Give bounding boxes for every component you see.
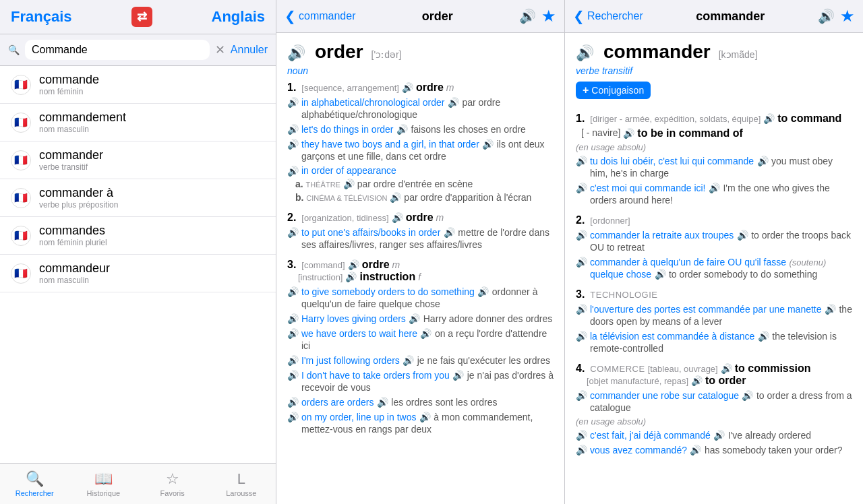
speaker-sm[interactable]: 🔊 [287,313,299,324]
header-back-word[interactable]: commander [299,10,355,22]
example-fr: we have orders to wait here [301,328,417,339]
speaker-sm[interactable]: 🔊 [403,355,414,366]
speaker-sm[interactable]: 🔊 [392,212,403,223]
example-line: (en usage absolu) [576,142,852,152]
speaker-sm[interactable]: 🔊 [758,331,769,342]
speaker-sm[interactable]: 🔊 [742,390,753,401]
back-chevron-icon[interactable]: ❮ [573,8,585,24]
speaker-sm[interactable]: 🔊 [452,370,464,381]
search-input[interactable] [25,40,210,60]
speaker-sm[interactable]: 🔊 [287,412,299,422]
entry-speaker-icon[interactable]: 🔊 [576,44,594,62]
entry-speaker-icon[interactable]: 🔊 [287,44,305,62]
speaker-sm-1[interactable]: 🔊 [402,82,413,93]
suggestion-item[interactable]: 🇫🇷 commandes nom féminin pluriel [0,217,276,255]
speaker-sm[interactable]: 🔊 [287,227,299,238]
speaker-sm[interactable]: 🔊 [713,430,725,441]
speaker-sm[interactable]: 🔊 [757,156,769,166]
speaker-sm[interactable]: 🔊 [691,375,703,386]
speaker-icon[interactable]: 🔊 [818,8,835,24]
speaker-sm[interactable]: 🔊 [576,445,587,455]
speaker-sm[interactable]: 🔊 [287,97,299,108]
suggestion-item[interactable]: 🇫🇷 commandeur nom masculin [0,255,276,292]
speaker-sm[interactable]: 🔊 [287,397,299,408]
flag-icon: 🇫🇷 [11,113,31,133]
speaker-sm[interactable]: 🔊 [576,304,587,315]
favorite-star-icon[interactable]: ★ [840,7,855,26]
speaker-sm[interactable]: 🔊 [655,269,666,280]
suggestion-item[interactable]: 🇫🇷 commandement nom masculin [0,104,276,141]
nav-item-larousse[interactable]: L Larousse [207,468,276,500]
nav-item-historique[interactable]: 📖 Historique [69,468,138,500]
speaker-sm[interactable]: 🔊 [409,313,420,324]
header-back-word[interactable]: Rechercher [587,10,643,22]
clear-button[interactable]: ✕ [215,42,225,57]
header-center-word: order [355,9,519,24]
speaker-sm[interactable]: 🔊 [482,139,494,150]
suggestion-type: nom féminin [39,87,99,96]
example-line: 🔊 commander la retraite aux troupes 🔊 to… [576,229,852,253]
swap-button[interactable]: ⇄ [131,7,152,27]
speaker-sm[interactable]: 🔊 [737,230,748,241]
speaker-sm[interactable]: 🔊 [287,328,299,339]
speaker-sm[interactable]: 🔊 [576,430,587,441]
sense-num-3: 3. [576,288,585,301]
speaker-sm[interactable]: 🔊 [420,328,432,339]
suggestion-text: commandes nom féminin pluriel [39,224,107,247]
plus-icon: + [583,84,589,96]
suggestion-text: commandeur nom masculin [39,261,110,285]
speaker-sm[interactable]: 🔊 [396,124,408,135]
sense-1: 1. [sequence, arrangement] 🔊 ordre m 🔊 i… [287,82,554,203]
speaker-sm[interactable]: 🔊 [690,445,701,455]
nav-item-rechercher[interactable]: 🔍 Rechercher [0,468,69,500]
speaker-sm[interactable]: 🔊 [287,370,299,381]
speaker-sm[interactable]: 🔊 [287,139,299,150]
suggestion-item[interactable]: 🇫🇷 commander verbe transitif [0,141,276,179]
example-fr: commander la retraite aux troupes [590,230,734,241]
speaker-sm[interactable]: 🔊 [444,227,455,238]
speaker-sm[interactable]: 🔊 [576,390,587,401]
back-chevron-icon[interactable]: ❮ [285,8,296,24]
speaker-sm[interactable]: 🔊 [345,272,357,282]
cancel-button[interactable]: Annuler [231,44,268,56]
speaker-sm[interactable]: 🔊 [287,286,299,297]
example-line: 🔊 we have orders to wait here 🔊 on a reç… [287,327,554,352]
conjugaison-button[interactable]: + Conjugaison [576,82,651,99]
suggestion-item[interactable]: 🇫🇷 commander à verbe plus préposition [0,179,276,217]
speaker-sm[interactable]: 🔊 [576,331,587,342]
speaker-sm[interactable]: 🔊 [721,363,732,374]
favorite-star-icon[interactable]: ★ [541,7,556,26]
speaker-sm[interactable]: 🔊 [763,113,775,124]
speaker-sm[interactable]: 🔊 [709,183,720,193]
example-line: 🔊 Harry loves giving orders 🔊 Harry ador… [287,313,554,325]
speaker-sm[interactable]: 🔊 [576,257,587,267]
speaker-sm[interactable]: 🔊 [623,128,634,139]
speaker-sm[interactable]: 🔊 [287,166,299,177]
speaker-sm[interactable]: 🔊 [419,412,431,422]
french-label: Français [11,8,72,26]
sense-domain-1: [sequence, arrangement] [301,83,399,93]
entry-pos: noun [287,65,554,76]
speaker-sm[interactable]: 🔊 [377,397,388,408]
speaker-sm[interactable]: 🔊 [287,124,299,135]
example-line: 🔊 la télévision est commandée à distance… [576,330,852,354]
suggestion-word: commandement [39,111,126,125]
speaker-icon[interactable]: 🔊 [519,8,536,24]
speaker-sm[interactable]: 🔊 [825,304,836,315]
speaker-sm[interactable]: 🔊 [390,192,401,203]
suggestion-item[interactable]: 🇫🇷 commande nom féminin [0,66,276,104]
speaker-sm[interactable]: 🔊 [348,259,359,270]
sub-sense-b: b. Cinéma & Télévision 🔊 par ordre d'app… [295,191,554,203]
speaker-sm[interactable]: 🔊 [576,156,587,166]
speaker-sm[interactable]: 🔊 [448,97,459,108]
speaker-sm[interactable]: 🔊 [576,230,587,241]
right-sense-1: 1. [diriger - armée, expédition, soldats… [576,113,852,206]
speaker-sm[interactable]: 🔊 [343,179,355,189]
example-en: Harry adore donner des ordres [423,313,552,324]
speaker-sm[interactable]: 🔊 [576,183,587,193]
nav-item-favoris[interactable]: ☆ Favoris [138,468,207,500]
bottom-nav: 🔍 Rechercher 📖 Historique ☆ Favoris L La… [0,463,276,504]
sense-2: 2. [organization, tidiness] 🔊 ordre m 🔊 … [287,212,554,251]
speaker-sm[interactable]: 🔊 [287,355,299,366]
speaker-sm[interactable]: 🔊 [477,286,489,297]
